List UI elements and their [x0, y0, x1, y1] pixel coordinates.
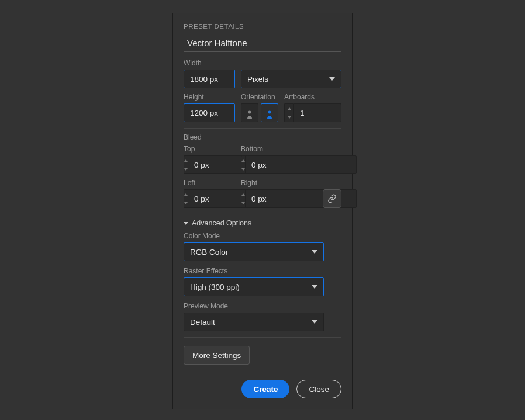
bleed-bottom-input[interactable] [245, 155, 357, 174]
preset-name-input[interactable] [184, 36, 341, 52]
divider [184, 214, 341, 214]
orientation-label: Orientation [241, 93, 278, 101]
bleed-top-label: Top [184, 145, 235, 153]
height-input[interactable] [184, 103, 235, 122]
artboards-stepper[interactable] [284, 103, 341, 122]
units-select[interactable]: Pixels [241, 70, 341, 88]
create-button[interactable]: Create [241, 380, 289, 398]
width-label: Width [184, 59, 235, 67]
person-portrait-icon [246, 110, 253, 119]
bleed-right-stepper[interactable] [241, 189, 292, 208]
preview-mode-value: Default [190, 318, 215, 327]
divider [184, 128, 341, 129]
color-mode-select[interactable]: RGB Color [184, 242, 324, 261]
divider [184, 337, 341, 338]
panel-title: PRESET DETAILS [184, 23, 341, 30]
orientation-landscape-button[interactable] [261, 103, 278, 122]
svg-point-1 [268, 111, 271, 114]
more-settings-button[interactable]: More Settings [184, 346, 250, 365]
artboards-input[interactable] [293, 103, 341, 122]
link-icon [327, 194, 337, 203]
preview-mode-select[interactable]: Default [184, 313, 324, 331]
height-label: Height [184, 93, 235, 101]
color-mode-label: Color Mode [184, 232, 341, 240]
preset-details-panel: PRESET DETAILS Width . Pixels Height Ori… [172, 13, 353, 409]
raster-effects-label: Raster Effects [184, 267, 341, 275]
advanced-options-toggle[interactable]: Advanced Options [184, 219, 341, 227]
orientation-portrait-button[interactable] [241, 103, 258, 122]
advanced-options-label: Advanced Options [192, 219, 251, 227]
close-button[interactable]: Close [296, 380, 341, 398]
bleed-left-stepper[interactable] [184, 189, 235, 208]
bleed-bottom-stepper[interactable] [241, 155, 292, 174]
artboards-spin-buttons[interactable] [284, 103, 293, 122]
bleed-left-label: Left [184, 179, 235, 187]
bleed-label: Bleed [184, 133, 341, 141]
svg-point-0 [248, 111, 251, 114]
bleed-top-stepper[interactable] [184, 155, 235, 174]
bleed-bottom-label: Bottom [241, 145, 292, 153]
person-landscape-icon [266, 110, 273, 119]
bleed-right-label: Right [241, 179, 292, 187]
raster-effects-select[interactable]: High (300 ppi) [184, 277, 324, 296]
width-input[interactable] [184, 70, 235, 88]
artboards-label: Artboards [284, 93, 341, 101]
link-bleed-button[interactable] [323, 189, 341, 208]
color-mode-value: RGB Color [190, 248, 228, 256]
units-value: Pixels [247, 75, 268, 84]
raster-effects-value: High (300 ppi) [190, 283, 240, 291]
preview-mode-label: Preview Mode [184, 302, 341, 310]
